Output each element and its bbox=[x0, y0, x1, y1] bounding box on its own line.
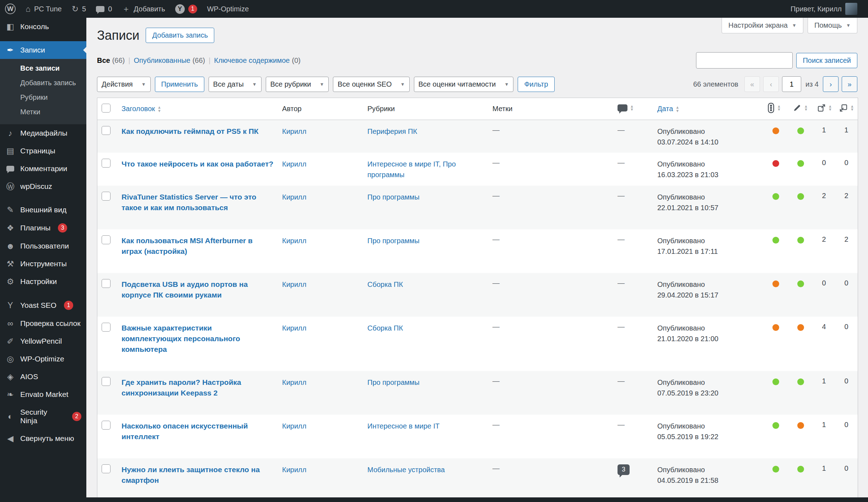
comments-empty: — bbox=[618, 377, 625, 385]
post-title-link[interactable]: Важные характеристики комплектующих перс… bbox=[122, 324, 240, 354]
submenu-item-добавить-запись[interactable]: Добавить запись bbox=[0, 76, 86, 90]
row-checkbox[interactable] bbox=[102, 323, 110, 332]
bulk-actions-select[interactable]: Действия ▼ bbox=[97, 77, 151, 92]
category-links[interactable]: Сборка ПК bbox=[367, 280, 403, 288]
author-link[interactable]: Кирилл bbox=[282, 378, 306, 386]
help-button[interactable]: Помощь ▼ bbox=[808, 18, 857, 33]
author-link[interactable]: Кирилл bbox=[282, 160, 306, 168]
sidebar-item-медиафайлы[interactable]: ♪Медиафайлы bbox=[0, 124, 86, 142]
category-links[interactable]: Про программы bbox=[367, 378, 420, 386]
column-header-readability-score[interactable]: ▲▼ bbox=[788, 98, 813, 120]
new-content-button[interactable]: ＋ Добавить bbox=[117, 0, 170, 18]
author-link[interactable]: Кирилл bbox=[282, 324, 306, 332]
comments-indicator[interactable]: 0 bbox=[91, 0, 117, 18]
sidebar-item-aios[interactable]: ◈AIOS bbox=[0, 368, 86, 386]
yoast-admin-bar-item[interactable]: Y 1 bbox=[170, 0, 202, 18]
category-links[interactable]: Периферия ПК bbox=[367, 127, 417, 135]
pagination-first-button: « bbox=[744, 76, 760, 92]
row-checkbox[interactable] bbox=[102, 192, 110, 201]
category-links[interactable]: Мобильные устройства bbox=[367, 466, 445, 474]
pagination-last-button[interactable]: » bbox=[842, 76, 857, 92]
site-name-link[interactable]: ⌂ PC Tune bbox=[21, 0, 67, 18]
author-link[interactable]: Кирилл bbox=[282, 280, 306, 288]
filter-button[interactable]: Фильтр bbox=[518, 77, 554, 92]
row-checkbox[interactable] bbox=[102, 464, 110, 473]
column-header-comments[interactable]: ▲▼ bbox=[613, 98, 653, 120]
sidebar-item-label: Комментарии bbox=[20, 164, 67, 173]
sidebar-item-записи[interactable]: ✒Записи bbox=[0, 41, 86, 59]
readability-filter-select[interactable]: Все оценки читаемости ▼ bbox=[414, 77, 514, 92]
sidebar-item-wpdiscuz[interactable]: ⓌwpDiscuz bbox=[0, 178, 86, 195]
comment-count-bubble[interactable]: 3 bbox=[618, 464, 630, 475]
updates-indicator[interactable]: ↻ 5 bbox=[67, 0, 91, 18]
post-title-link[interactable]: RivaTuner Statistics Server — что это та… bbox=[122, 193, 256, 212]
category-links[interactable]: Сборка ПК bbox=[367, 324, 403, 332]
dates-filter-select[interactable]: Все даты ▼ bbox=[209, 77, 262, 92]
view-filter-published[interactable]: Опубликованные(66) bbox=[134, 56, 205, 65]
author-link[interactable]: Кирилл bbox=[282, 127, 306, 135]
apply-button[interactable]: Применить bbox=[155, 77, 204, 92]
sidebar-item-пользователи[interactable]: ☻Пользователи bbox=[0, 237, 86, 255]
column-header-title[interactable]: Заголовок▲▼ bbox=[117, 98, 278, 120]
category-links[interactable]: Интересное в мире IT, Про программы bbox=[367, 160, 456, 179]
wp-optimize-admin-bar-item[interactable]: WP-Optimize bbox=[202, 0, 254, 18]
my-account-menu[interactable]: Привет, Кирилл bbox=[786, 3, 862, 15]
submenu-item-все-записи[interactable]: Все записи bbox=[0, 61, 86, 76]
search-posts-button[interactable]: Поиск записей bbox=[796, 53, 857, 68]
sidebar-item-плагины[interactable]: ❖Плагины3 bbox=[0, 219, 86, 237]
row-checkbox[interactable] bbox=[102, 377, 110, 386]
sidebar-item-envato-market[interactable]: ❧Envato Market bbox=[0, 386, 86, 403]
author-link[interactable]: Кирилл bbox=[282, 466, 306, 474]
row-checkbox[interactable] bbox=[102, 159, 110, 168]
view-filter-cornerstone[interactable]: Ключевое содержимое(0) bbox=[214, 56, 300, 65]
sidebar-item-проверка-ссылок[interactable]: ∞Проверка ссылок bbox=[0, 315, 86, 332]
categories-filter-select[interactable]: Все рубрики ▼ bbox=[266, 77, 329, 92]
column-header-incoming-links[interactable]: ▲▼ bbox=[835, 98, 858, 120]
sidebar-item-свернуть-меню[interactable]: ◀Свернуть меню bbox=[0, 430, 86, 447]
post-title-link[interactable]: Подсветка USB и аудио портов на корпусе … bbox=[122, 280, 248, 299]
post-title-link[interactable]: Где хранить пароли? Настройка синхрониза… bbox=[122, 378, 241, 397]
add-post-button[interactable]: Добавить запись bbox=[146, 28, 214, 43]
search-posts-input[interactable] bbox=[696, 52, 793, 69]
wordpress-menu[interactable]: W bbox=[0, 0, 21, 18]
submenu-item-рубрики[interactable]: Рубрики bbox=[0, 90, 86, 105]
pagination-next-button[interactable]: › bbox=[823, 76, 839, 92]
sidebar-item-настройки[interactable]: ⚙Настройки bbox=[0, 273, 86, 290]
posts-table: Заголовок▲▼ Автор Рубрики Метки ▲▼ Дата▲… bbox=[97, 98, 858, 502]
column-header-outgoing-links[interactable]: ▲▼ bbox=[813, 98, 835, 120]
seo-filter-select[interactable]: Все оценки SEO ▼ bbox=[333, 77, 409, 92]
post-title-link[interactable]: Нужно ли клеить защитное стекло на смарт… bbox=[122, 465, 260, 484]
author-link[interactable]: Кирилл bbox=[282, 422, 306, 430]
row-checkbox[interactable] bbox=[102, 421, 110, 430]
sidebar-item-внешний-вид[interactable]: ✎Внешний вид bbox=[0, 201, 86, 219]
sidebar-item-wp-optimize[interactable]: ◎WP-Optimize bbox=[0, 350, 86, 368]
post-title-link[interactable]: Насколько опасен искусственный интеллект bbox=[122, 422, 248, 441]
post-title-link[interactable]: Как пользоваться MSI Afterburner в играх… bbox=[122, 236, 253, 255]
author-link[interactable]: Кирилл bbox=[282, 237, 306, 245]
column-header-date[interactable]: Дата▲▼ bbox=[653, 98, 763, 120]
row-checkbox[interactable] bbox=[102, 279, 110, 288]
category-links[interactable]: Про программы bbox=[367, 237, 420, 245]
row-checkbox[interactable] bbox=[102, 235, 110, 244]
category-links[interactable]: Интересное в мире IT bbox=[367, 422, 440, 430]
current-page-input[interactable] bbox=[782, 76, 801, 92]
sidebar-item-security-ninja[interactable]: ◐Security Ninja2 bbox=[0, 403, 86, 430]
readability-score-dot bbox=[797, 466, 804, 473]
sidebar-item-комментарии[interactable]: Комментарии bbox=[0, 160, 86, 178]
post-title-link[interactable]: Что такое нейросеть и как она работает? bbox=[122, 160, 273, 168]
category-links[interactable]: Про программы bbox=[367, 193, 420, 201]
author-link[interactable]: Кирилл bbox=[282, 193, 306, 201]
sidebar-item-страницы[interactable]: ▤Страницы bbox=[0, 142, 86, 160]
screen-options-button[interactable]: Настройки экрана ▼ bbox=[722, 18, 803, 33]
view-filter-all[interactable]: Все(66) bbox=[97, 56, 125, 65]
row-checkbox[interactable] bbox=[102, 126, 110, 135]
sidebar-item-yellowpencil[interactable]: ✐YellowPencil bbox=[0, 332, 86, 350]
select-all-checkbox[interactable] bbox=[102, 104, 110, 113]
post-title-link[interactable]: Как подключить геймпад от PS5 к ПК bbox=[122, 127, 259, 135]
submenu-item-метки[interactable]: Метки bbox=[0, 105, 86, 119]
column-header-seo-score[interactable]: ▲▼ bbox=[763, 98, 788, 120]
sidebar-item-консоль[interactable]: ◧Консоль bbox=[0, 18, 86, 36]
sidebar-item-label: Страницы bbox=[20, 147, 55, 155]
sidebar-item-инструменты[interactable]: ⚒Инструменты bbox=[0, 255, 86, 273]
sidebar-item-yoast-seo[interactable]: YYoast SEO1 bbox=[0, 296, 86, 315]
